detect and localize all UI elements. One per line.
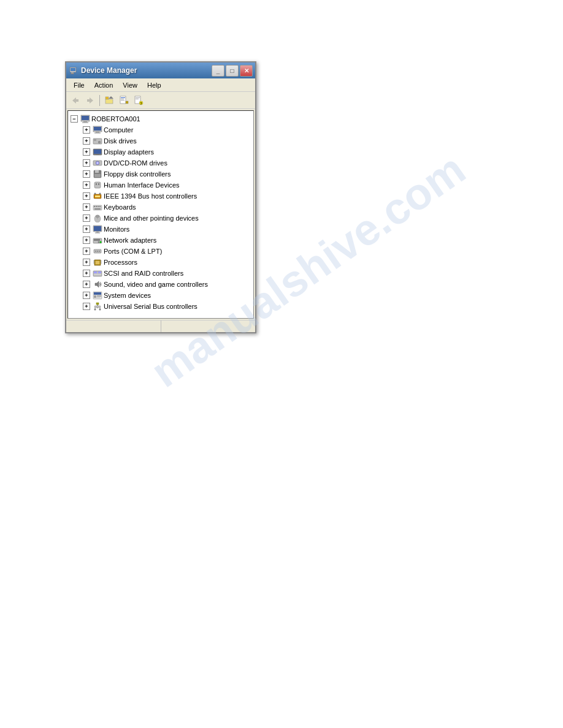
svg-point-65 bbox=[98, 241, 100, 243]
list-item[interactable]: + Disk drives bbox=[68, 135, 253, 146]
device-manager-window: Device Manager _ □ ✕ File Action View He… bbox=[65, 61, 256, 333]
expand-btn[interactable]: + bbox=[83, 303, 90, 310]
list-item[interactable]: + Mice and other pointing devices bbox=[68, 213, 253, 224]
sound-icon bbox=[93, 279, 102, 289]
svg-rect-23 bbox=[83, 121, 87, 123]
list-item[interactable]: + Processors bbox=[68, 257, 253, 268]
svg-rect-40 bbox=[95, 170, 99, 173]
svg-point-47 bbox=[94, 193, 96, 195]
expand-btn[interactable]: + bbox=[83, 148, 90, 156]
expand-btn[interactable]: + bbox=[83, 248, 90, 255]
toolbar-btn-help[interactable]: ? bbox=[132, 94, 145, 107]
menu-help[interactable]: Help bbox=[142, 80, 166, 90]
menu-view[interactable]: View bbox=[118, 80, 142, 90]
expand-btn[interactable]: + bbox=[83, 270, 90, 277]
expand-btn[interactable]: + bbox=[83, 170, 90, 178]
disk-drive-icon bbox=[93, 136, 102, 146]
menu-bar: File Action View Help bbox=[66, 78, 255, 92]
item-label: System devices bbox=[104, 292, 151, 299]
close-button[interactable]: ✕ bbox=[240, 65, 253, 77]
scsi-icon bbox=[93, 268, 102, 278]
expand-btn[interactable]: + bbox=[83, 192, 90, 200]
toolbar-btn-up[interactable] bbox=[102, 94, 116, 107]
display-adapter-icon bbox=[93, 147, 102, 157]
expand-btn[interactable]: + bbox=[83, 137, 90, 145]
back-icon bbox=[71, 96, 80, 105]
svg-rect-87 bbox=[96, 303, 99, 305]
tree-root-node[interactable]: − ROBERTOA001 bbox=[68, 113, 253, 124]
menu-file[interactable]: File bbox=[69, 80, 90, 90]
expand-btn[interactable]: + bbox=[83, 281, 90, 288]
back-button[interactable] bbox=[69, 94, 82, 107]
svg-marker-6 bbox=[90, 97, 93, 104]
list-item[interactable]: + IEEE 1394 Bus host controllers bbox=[68, 191, 253, 202]
svg-rect-12 bbox=[121, 97, 125, 98]
list-item[interactable]: + Floppy disk controllers bbox=[68, 169, 253, 180]
status-bar bbox=[66, 320, 255, 332]
tree-content: − ROBERTOA001 + bbox=[67, 110, 254, 319]
toolbar: ? bbox=[66, 92, 255, 109]
forward-button[interactable] bbox=[83, 94, 97, 107]
svg-rect-34 bbox=[94, 150, 101, 154]
svg-rect-46 bbox=[95, 195, 100, 197]
system-icon bbox=[93, 290, 102, 300]
list-item[interactable]: + Human Interface Devices bbox=[68, 180, 253, 191]
svg-rect-3 bbox=[71, 74, 74, 74]
toolbar-btn-properties[interactable] bbox=[117, 94, 131, 107]
properties-icon bbox=[119, 96, 129, 105]
svg-rect-9 bbox=[105, 99, 113, 104]
computer-icon bbox=[80, 114, 90, 124]
list-item[interactable]: + SCSI and RAID controllers bbox=[68, 268, 253, 279]
list-item[interactable]: + Computer bbox=[68, 124, 253, 135]
item-label: Display adapters bbox=[104, 148, 154, 156]
expand-btn[interactable]: + bbox=[83, 226, 90, 233]
svg-point-32 bbox=[99, 142, 100, 143]
expand-btn[interactable]: + bbox=[83, 203, 90, 211]
up-icon bbox=[104, 96, 114, 105]
keyboard-icon bbox=[93, 202, 102, 212]
svg-rect-7 bbox=[87, 99, 90, 102]
list-item[interactable]: + Network adapters bbox=[68, 235, 253, 246]
maximize-button[interactable]: □ bbox=[226, 65, 239, 77]
list-item[interactable]: + Sound, video and game controllers bbox=[68, 279, 253, 290]
minimize-button[interactable]: _ bbox=[212, 65, 224, 77]
list-item[interactable]: + DVD/CD-ROM drives bbox=[68, 157, 253, 169]
item-label: DVD/CD-ROM drives bbox=[104, 159, 167, 167]
root-label: ROBERTOA001 bbox=[91, 115, 140, 123]
floppy-icon bbox=[93, 169, 102, 179]
svg-rect-5 bbox=[76, 99, 79, 102]
expand-btn[interactable]: + bbox=[83, 259, 90, 266]
svg-rect-84 bbox=[94, 295, 96, 298]
list-item[interactable]: + Ports (COM & LPT) bbox=[68, 246, 253, 257]
svg-rect-15 bbox=[126, 101, 128, 104]
svg-rect-51 bbox=[96, 206, 97, 207]
svg-point-67 bbox=[95, 251, 96, 252]
expand-btn[interactable]: + bbox=[83, 181, 90, 189]
svg-point-48 bbox=[99, 193, 101, 195]
menu-action[interactable]: Action bbox=[90, 80, 118, 90]
expand-btn[interactable]: + bbox=[83, 237, 90, 244]
svg-rect-24 bbox=[82, 123, 88, 123]
svg-rect-79 bbox=[98, 271, 101, 273]
list-item[interactable]: + Monitors bbox=[68, 224, 253, 235]
svg-marker-10 bbox=[109, 96, 113, 99]
expand-btn[interactable]: + bbox=[83, 214, 90, 222]
expand-btn[interactable]: + bbox=[83, 292, 90, 299]
processor-icon bbox=[93, 257, 102, 267]
svg-rect-43 bbox=[96, 183, 97, 185]
computer-device-icon bbox=[93, 125, 102, 135]
list-item[interactable]: + Universal Serial Bus controllers bbox=[68, 301, 253, 312]
svg-rect-53 bbox=[99, 206, 101, 207]
item-label: Sound, video and game controllers bbox=[104, 281, 208, 288]
title-bar-buttons: _ □ ✕ bbox=[212, 65, 253, 77]
svg-rect-44 bbox=[98, 183, 99, 185]
expand-btn[interactable]: + bbox=[83, 126, 90, 134]
svg-point-69 bbox=[99, 251, 100, 252]
root-expand-btn[interactable]: − bbox=[71, 115, 78, 123]
list-item[interactable]: + System devices bbox=[68, 290, 253, 301]
svg-rect-83 bbox=[94, 292, 101, 295]
expand-btn[interactable]: + bbox=[83, 159, 90, 167]
list-item[interactable]: + Keyboards bbox=[68, 202, 253, 213]
list-item[interactable]: + Display adapters bbox=[68, 146, 253, 157]
svg-rect-85 bbox=[97, 295, 101, 297]
